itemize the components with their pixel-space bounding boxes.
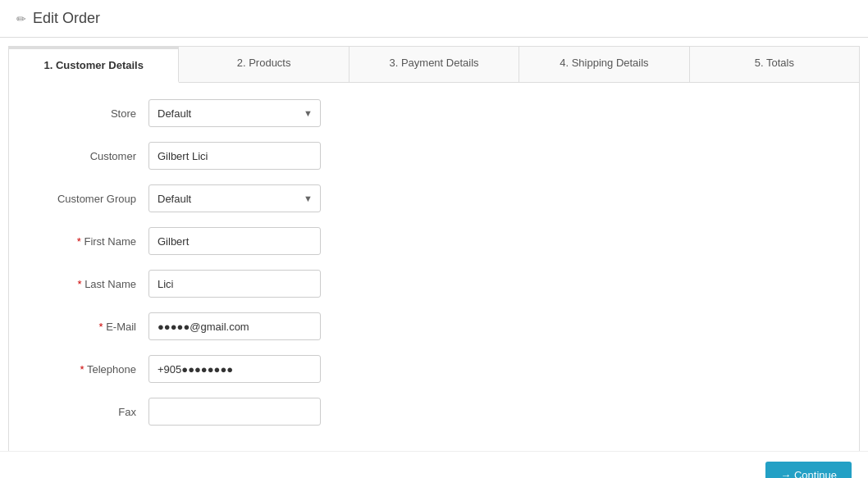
page-container: ✏ Edit Order 1. Customer Details 2. Prod…	[0, 0, 868, 478]
tab-shipping-details[interactable]: 4. Shipping Details	[519, 47, 689, 82]
tab-payment-details[interactable]: 3. Payment Details	[349, 47, 519, 82]
customer-group-label: Customer Group	[34, 193, 148, 205]
email-row: E-Mail	[34, 312, 834, 340]
store-select-wrapper: Default ▼	[148, 99, 321, 127]
last-name-input[interactable]	[148, 270, 321, 298]
tab-customer-details[interactable]: 1. Customer Details	[9, 47, 179, 83]
customer-group-select[interactable]: Default	[148, 184, 321, 212]
tab-totals[interactable]: 5. Totals	[690, 47, 859, 82]
email-input[interactable]	[148, 312, 321, 340]
first-name-row: First Name	[34, 227, 834, 255]
store-label: Store	[34, 107, 148, 120]
store-row: Store Default ▼	[34, 99, 834, 127]
footer-bar: → Continue	[0, 451, 868, 478]
continue-button[interactable]: → Continue	[765, 462, 852, 478]
telephone-input[interactable]	[148, 355, 321, 383]
store-select[interactable]: Default	[148, 99, 321, 127]
fax-label: Fax	[34, 406, 148, 418]
fax-row: Fax	[34, 398, 834, 426]
customer-group-select-wrapper: Default ▼	[148, 184, 321, 212]
email-label: E-Mail	[34, 321, 148, 333]
page-title: Edit Order	[33, 10, 100, 27]
customer-row: Customer	[34, 142, 834, 170]
last-name-label: Last Name	[34, 278, 148, 290]
last-name-row: Last Name	[34, 270, 834, 298]
tabs-container: 1. Customer Details 2. Products 3. Payme…	[8, 46, 860, 478]
telephone-row: Telephone	[34, 355, 834, 383]
first-name-input[interactable]	[148, 227, 321, 255]
page-header: ✏ Edit Order	[0, 0, 868, 38]
tab-bar: 1. Customer Details 2. Products 3. Payme…	[9, 47, 859, 83]
fax-input[interactable]	[148, 398, 321, 426]
tab-products[interactable]: 2. Products	[179, 47, 349, 82]
customer-label: Customer	[34, 150, 148, 162]
telephone-label: Telephone	[34, 363, 148, 376]
pencil-icon: ✏	[16, 12, 26, 25]
first-name-label: First Name	[34, 235, 148, 248]
customer-group-row: Customer Group Default ▼	[34, 184, 834, 212]
tab-panel-customer-details: Store Default ▼ Customer Customer Group	[9, 83, 859, 478]
customer-input[interactable]	[148, 142, 321, 170]
